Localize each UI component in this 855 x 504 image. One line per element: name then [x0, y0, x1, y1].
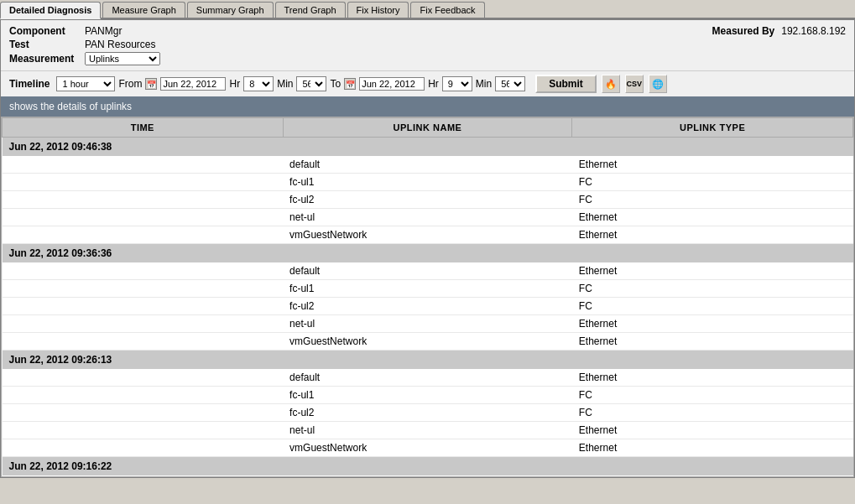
cell-uplink-type: Ethernet	[572, 315, 853, 333]
cell-time	[3, 174, 284, 191]
to-label: To	[330, 78, 341, 90]
group-timestamp: Jun 22, 2012 09:46:38	[3, 138, 853, 157]
table-row: fc-ul1FC	[3, 280, 853, 298]
cell-uplink-type: Ethernet	[572, 369, 853, 387]
group-header-row: Jun 22, 2012 09:46:38	[3, 138, 853, 157]
hr-to-select[interactable]: 9	[442, 76, 472, 91]
to-calendar-icon[interactable]: 📅	[344, 78, 356, 90]
min-to-select[interactable]: 56	[495, 76, 525, 91]
uplinks-table: TIME UPLINK NAME UPLINK TYPE Jun 22, 201…	[2, 117, 853, 477]
cell-uplink-name: vmGuestNetwork	[283, 333, 572, 351]
interval-select[interactable]: 1 hour 30 min 15 min 5 min	[56, 76, 115, 91]
cell-time	[3, 369, 284, 387]
cell-time	[3, 191, 284, 209]
cell-uplink-name: vmGuestNetwork	[283, 226, 572, 244]
measurement-select[interactable]: Uplinks	[85, 52, 160, 65]
cell-uplink-type: Ethernet	[572, 262, 853, 280]
info-row-test: Test PAN Resources	[9, 39, 846, 50]
cell-time	[3, 209, 284, 226]
col-header-name: UPLINK NAME	[283, 118, 572, 138]
cell-uplink-name: net-ul	[283, 422, 572, 439]
table-body: Jun 22, 2012 09:46:38defaultEthernetfc-u…	[3, 138, 853, 478]
cell-uplink-type: FC	[572, 280, 853, 298]
group-timestamp: Jun 22, 2012 09:16:22	[3, 457, 853, 476]
group-header-row: Jun 22, 2012 09:26:13	[3, 351, 853, 370]
hr-label-from: Hr	[229, 78, 240, 90]
cell-uplink-type: FC	[572, 298, 853, 315]
to-date-input[interactable]	[359, 77, 425, 91]
cell-uplink-type: Ethernet	[572, 209, 853, 226]
cell-time	[3, 156, 284, 174]
cell-uplink-type: Ethernet	[572, 439, 853, 457]
test-value: PAN Resources	[85, 39, 155, 50]
from-label: From	[118, 78, 142, 90]
table-row: vmGuestNetworkEthernet	[3, 439, 853, 457]
measured-by-group: Measured By 192.168.8.192	[712, 25, 846, 37]
cell-time	[3, 280, 284, 298]
table-scroll-container[interactable]: TIME UPLINK NAME UPLINK TYPE Jun 22, 201…	[1, 117, 854, 477]
group-timestamp: Jun 22, 2012 09:26:13	[3, 351, 853, 370]
tab-measure-graph[interactable]: Measure Graph	[102, 2, 185, 18]
tab-fix-feedback[interactable]: Fix Feedback	[410, 2, 484, 18]
main-content: Component PANMgr Measured By 192.168.8.1…	[0, 19, 855, 478]
cell-uplink-type: FC	[572, 404, 853, 422]
table-row: net-ulEthernet	[3, 315, 853, 333]
cell-uplink-type: FC	[572, 387, 853, 404]
globe-icon[interactable]: 🌐	[649, 75, 667, 93]
cell-uplink-type: Ethernet	[572, 156, 853, 174]
cell-time	[3, 226, 284, 244]
table-row: fc-ul2FC	[3, 298, 853, 315]
from-date-input[interactable]	[160, 77, 226, 91]
cell-time	[3, 387, 284, 404]
cell-uplink-name: net-ul	[283, 315, 572, 333]
test-label: Test	[9, 39, 85, 50]
cell-time	[3, 439, 284, 457]
cell-uplink-name: default	[283, 475, 572, 477]
flame-icon[interactable]: 🔥	[602, 75, 620, 93]
table-row: defaultEthernet	[3, 475, 853, 477]
measurement-label: Measurement	[9, 53, 85, 65]
cell-uplink-name: fc-ul1	[283, 387, 572, 404]
submit-button[interactable]: Submit	[535, 75, 597, 93]
table-header: TIME UPLINK NAME UPLINK TYPE	[3, 118, 853, 138]
table-row: net-ulEthernet	[3, 422, 853, 439]
col-header-type: UPLINK TYPE	[572, 118, 853, 138]
cell-uplink-name: fc-ul2	[283, 298, 572, 315]
component-label: Component	[9, 25, 85, 37]
table-row: fc-ul2FC	[3, 404, 853, 422]
info-row-measurement: Measurement Uplinks	[9, 52, 846, 65]
min-label-from: Min	[277, 78, 293, 90]
info-panel: Component PANMgr Measured By 192.168.8.1…	[1, 20, 854, 71]
from-calendar-icon[interactable]: 📅	[145, 78, 157, 90]
table-row: vmGuestNetworkEthernet	[3, 226, 853, 244]
cell-uplink-name: default	[283, 262, 572, 280]
csv-icon[interactable]: CSV	[625, 75, 644, 93]
cell-uplink-name: fc-ul1	[283, 174, 572, 191]
description-bar: shows the details of uplinks	[1, 96, 854, 117]
hr-from-select[interactable]: 89	[243, 76, 274, 91]
table-row: fc-ul2FC	[3, 191, 853, 209]
table-row: defaultEthernet	[3, 156, 853, 174]
table-row: fc-ul1FC	[3, 174, 853, 191]
tab-trend-graph[interactable]: Trend Graph	[275, 2, 346, 18]
cell-uplink-type: Ethernet	[572, 422, 853, 439]
cell-uplink-name: default	[283, 369, 572, 387]
cell-uplink-name: default	[283, 156, 572, 174]
component-value: PANMgr	[85, 25, 122, 37]
min-from-select[interactable]: 56	[296, 76, 326, 91]
table-row: vmGuestNetworkEthernet	[3, 333, 853, 351]
cell-uplink-name: net-ul	[283, 209, 572, 226]
tab-fix-history[interactable]: Fix History	[347, 2, 409, 18]
cell-uplink-type: Ethernet	[572, 333, 853, 351]
group-header-row: Jun 22, 2012 09:16:22	[3, 457, 853, 476]
tab-detailed-diagnosis[interactable]: Detailed Diagnosis	[0, 2, 101, 19]
tab-summary-graph[interactable]: Summary Graph	[187, 2, 274, 18]
tab-bar: Detailed Diagnosis Measure Graph Summary…	[0, 0, 855, 19]
cell-uplink-type: FC	[572, 174, 853, 191]
cell-time	[3, 475, 284, 477]
cell-uplink-name: fc-ul2	[283, 404, 572, 422]
info-row-component: Component PANMgr Measured By 192.168.8.1…	[9, 25, 846, 37]
cell-uplink-name: fc-ul2	[283, 191, 572, 209]
cell-time	[3, 333, 284, 351]
cell-time	[3, 404, 284, 422]
